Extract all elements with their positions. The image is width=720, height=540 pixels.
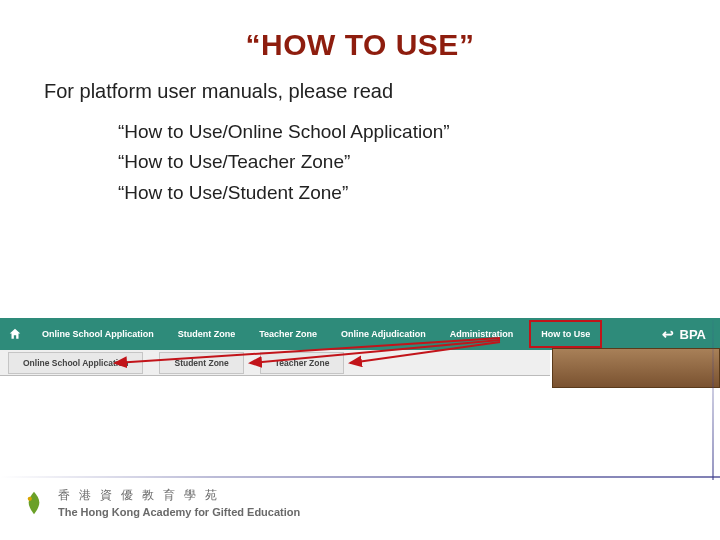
nav-online-adjudication[interactable]: Online Adjudication bbox=[329, 318, 438, 350]
lead-text: For platform user manuals, please read bbox=[44, 80, 720, 103]
slide-title: “HOW TO USE” bbox=[0, 0, 720, 62]
footer-branding: 香港資優教育學苑 The Hong Kong Academy for Gifte… bbox=[20, 487, 300, 518]
svg-point-3 bbox=[28, 496, 32, 500]
nav-teacher-zone[interactable]: Teacher Zone bbox=[247, 318, 329, 350]
nav-online-school-application[interactable]: Online School Application bbox=[30, 318, 166, 350]
manual-item: “How to Use/Teacher Zone” bbox=[118, 147, 720, 177]
sub-online-school-application[interactable]: Online School Application bbox=[8, 352, 143, 374]
sub-student-zone[interactable]: Student Zone bbox=[159, 352, 243, 374]
decorative-rule bbox=[0, 476, 720, 478]
sub-teacher-zone[interactable]: Teacher Zone bbox=[260, 352, 345, 374]
academy-name-en: The Hong Kong Academy for Gifted Educati… bbox=[58, 506, 300, 518]
academy-name-cn: 香港資優教育學苑 bbox=[58, 487, 300, 504]
back-arrow-icon: ↩ bbox=[662, 326, 674, 342]
manual-item: “How to Use/Student Zone” bbox=[118, 178, 720, 208]
nav-how-to-use[interactable]: How to Use bbox=[529, 320, 602, 348]
banner-photo bbox=[552, 348, 720, 388]
sub-navbar: Online School Application Student Zone T… bbox=[0, 350, 550, 376]
decorative-rule-side bbox=[712, 320, 714, 480]
main-navbar: Online School Application Student Zone T… bbox=[0, 318, 720, 350]
nav-student-zone[interactable]: Student Zone bbox=[166, 318, 248, 350]
brand-label: BPA bbox=[680, 327, 706, 342]
nav-administration[interactable]: Administration bbox=[438, 318, 526, 350]
manual-item: “How to Use/Online School Application” bbox=[118, 117, 720, 147]
home-icon[interactable] bbox=[0, 318, 30, 350]
screenshot-region: Online School Application Student Zone T… bbox=[0, 318, 720, 376]
academy-logo-icon bbox=[20, 489, 48, 517]
manual-list: “How to Use/Online School Application” “… bbox=[118, 117, 720, 208]
